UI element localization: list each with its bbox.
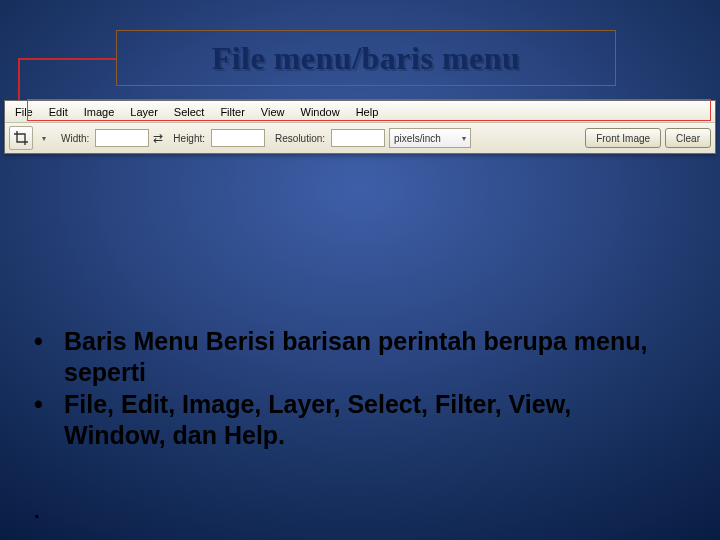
list-item: • File, Edit, Image, Layer, Select, Filt… <box>34 389 674 452</box>
menu-item-image[interactable]: Image <box>76 104 123 120</box>
front-image-label: Front Image <box>596 133 650 144</box>
title-box: File menu/baris menu <box>116 30 616 86</box>
options-bar: ▾ Width: ⇄ Height: Resolution: pixels/in… <box>5 123 715 153</box>
menu-item-file[interactable]: File <box>7 104 41 120</box>
menu-item-edit[interactable]: Edit <box>41 104 76 120</box>
height-label: Height: <box>173 133 205 144</box>
width-input[interactable] <box>95 129 149 147</box>
connector-line <box>18 58 116 60</box>
units-dropdown[interactable]: pixels/inch ▾ <box>389 128 471 148</box>
clear-button[interactable]: Clear <box>665 128 711 148</box>
width-label: Width: <box>61 133 89 144</box>
height-input[interactable] <box>211 129 265 147</box>
crop-icon <box>14 131 28 145</box>
dropdown-chevron-icon[interactable]: ▾ <box>37 126 51 150</box>
bullet-icon: • <box>34 326 64 389</box>
menu-item-help[interactable]: Help <box>348 104 387 120</box>
chevron-down-icon: ▾ <box>462 134 466 143</box>
menu-item-view[interactable]: View <box>253 104 293 120</box>
front-image-button[interactable]: Front Image <box>585 128 661 148</box>
trailing-dot: . <box>34 500 40 523</box>
menu-item-layer[interactable]: Layer <box>122 104 166 120</box>
menu-bar: File Edit Image Layer Select Filter View… <box>5 101 715 123</box>
bullet-text: File, Edit, Image, Layer, Select, Filter… <box>64 389 674 452</box>
photoshop-panel: File Edit Image Layer Select Filter View… <box>4 100 716 154</box>
menu-item-select[interactable]: Select <box>166 104 213 120</box>
chevron-down-icon: ▾ <box>42 134 46 143</box>
resolution-input[interactable] <box>331 129 385 147</box>
clear-label: Clear <box>676 133 700 144</box>
bullet-text: Baris Menu Berisi barisan perintah berup… <box>64 326 674 389</box>
resolution-label: Resolution: <box>275 133 325 144</box>
crop-tool-icon[interactable] <box>9 126 33 150</box>
menu-item-window[interactable]: Window <box>293 104 348 120</box>
bullet-list: • Baris Menu Berisi barisan perintah ber… <box>34 326 674 451</box>
list-item: • Baris Menu Berisi barisan perintah ber… <box>34 326 674 389</box>
bullet-icon: • <box>34 389 64 452</box>
swap-icon[interactable]: ⇄ <box>153 131 163 145</box>
page-title: File menu/baris menu <box>212 40 521 77</box>
units-selected: pixels/inch <box>394 133 441 144</box>
menu-item-filter[interactable]: Filter <box>212 104 252 120</box>
